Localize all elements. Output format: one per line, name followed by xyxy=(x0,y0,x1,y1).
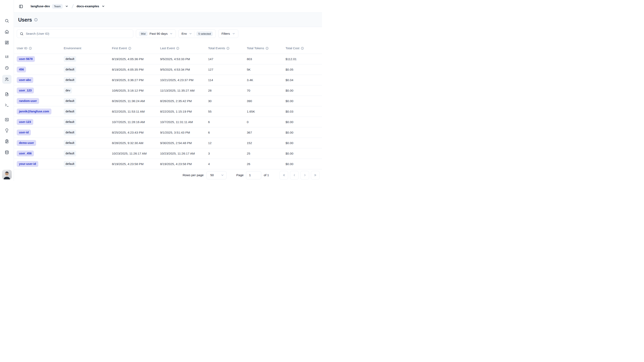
last-event-cell: 10/7/2025, 11:31:11 AM xyxy=(160,120,208,124)
table-row[interactable]: 456default8/19/2025, 4:05:35 PM9/5/2025,… xyxy=(14,64,322,75)
total-tokens-cell: 26 xyxy=(247,162,286,166)
sidebar-item-home[interactable] xyxy=(2,28,11,36)
total-events-cell: 12 xyxy=(208,141,247,145)
column-header-total-events: Total Events xyxy=(208,47,247,50)
last-event-cell: 10/21/2025, 4:23:37 PM xyxy=(160,78,208,82)
first-page-button[interactable] xyxy=(280,171,288,180)
users-icon xyxy=(5,77,9,82)
total-tokens-cell: 390 xyxy=(247,99,286,103)
environment-badge: default xyxy=(64,67,76,72)
terminal-icon xyxy=(5,103,9,107)
table-row[interactable]: user-5678default8/19/2025, 4:05:36 PM9/5… xyxy=(14,54,322,64)
sidebar-item-users[interactable] xyxy=(2,75,12,84)
user-avatar[interactable] xyxy=(2,170,12,179)
table-row[interactable]: user_456default10/23/2025, 11:26:17 AM10… xyxy=(14,148,322,159)
last-event-cell: 10/23/2025, 11:26:17 AM xyxy=(160,152,208,155)
sidebar-item-playground[interactable] xyxy=(2,101,11,109)
total-events-cell: 4 xyxy=(208,162,247,166)
user-id-badge[interactable]: user_456 xyxy=(17,151,34,156)
project-name[interactable]: docs-examples xyxy=(76,5,99,8)
environment-cell: default xyxy=(64,151,112,156)
last-event-cell: 8/19/2025, 4:23:58 PM xyxy=(160,162,208,166)
project-switcher-chevron[interactable] xyxy=(101,4,105,8)
info-icon[interactable] xyxy=(176,47,179,50)
total-events-cell: 6 xyxy=(208,131,247,134)
sidebar-item-insights[interactable] xyxy=(2,127,11,135)
sidebar-item-datasets[interactable] xyxy=(2,148,11,156)
user-id-badge[interactable]: 456 xyxy=(17,67,26,72)
first-event-cell: 10/23/2025, 11:26:17 AM xyxy=(112,152,160,155)
first-event-cell: 8/22/2025, 11:53:11 AM xyxy=(112,110,160,113)
sidebar-item-dashboards[interactable] xyxy=(2,39,11,47)
table-row[interactable]: user-123default10/7/2025, 11:28:16 AM10/… xyxy=(14,117,322,127)
info-icon[interactable] xyxy=(266,47,268,50)
environment-filter[interactable]: Env 5 selected xyxy=(178,30,216,38)
table-row[interactable]: jannik@langfuse.comdefault8/22/2025, 11:… xyxy=(14,106,322,117)
page-number-input[interactable] xyxy=(246,171,261,179)
total-tokens-cell: 3.4K xyxy=(247,78,286,82)
date-range-picker[interactable]: 90d Past 90 days xyxy=(136,30,176,38)
last-page-button[interactable] xyxy=(311,171,320,180)
organization-name[interactable]: langfuse-dev xyxy=(31,5,50,8)
sidebar-item-prompts[interactable] xyxy=(2,90,11,98)
user-id-badge[interactable]: demo-user xyxy=(17,140,36,146)
user-id-badge[interactable]: jannik@langfuse.com xyxy=(17,109,52,114)
sidebar-item-sessions[interactable] xyxy=(2,64,11,72)
user-id-badge[interactable]: user-id xyxy=(17,130,31,135)
sidebar-item-search[interactable] xyxy=(2,17,11,25)
total-tokens-cell: 0 xyxy=(247,120,286,124)
next-page-button[interactable] xyxy=(300,171,309,180)
user-id-badge[interactable]: user-abc xyxy=(17,77,33,83)
user-id-badge[interactable]: user-123 xyxy=(17,119,33,125)
user-id-cell: your-user-id xyxy=(17,161,64,167)
table-row[interactable]: random-userdefault8/26/2025, 11:36:24 AM… xyxy=(14,96,322,106)
organization-switcher-chevron[interactable] xyxy=(65,4,69,8)
total-events-cell: 114 xyxy=(208,78,247,82)
user-id-badge[interactable]: your-user-id xyxy=(17,161,38,167)
total-cost-cell: $0.00 xyxy=(286,141,322,145)
table-body: user-5678default8/19/2025, 4:05:36 PM9/5… xyxy=(14,54,322,169)
first-event-cell: 8/28/2025, 9:32:30 AM xyxy=(112,141,160,145)
total-cost-cell: $0.00 xyxy=(286,99,322,103)
info-icon[interactable] xyxy=(128,47,131,50)
environment-badge: default xyxy=(64,98,76,104)
sidebar-item-annotation[interactable] xyxy=(2,137,11,146)
sidebar-toggle-button[interactable] xyxy=(17,3,24,10)
filters-button[interactable]: Filters xyxy=(218,30,238,38)
table-row[interactable]: demo-userdefault8/28/2025, 9:32:30 AM9/3… xyxy=(14,138,322,148)
table-row[interactable]: user-iddefault8/25/2025, 4:23:43 PM9/1/2… xyxy=(14,127,322,138)
user-id-cell: user-id xyxy=(17,130,64,135)
chevron-down-icon xyxy=(65,5,68,8)
user-id-badge[interactable]: user_123 xyxy=(17,88,34,93)
environment-badge: default xyxy=(64,140,76,146)
user-id-badge[interactable]: random-user xyxy=(17,98,39,104)
chevrons-left-icon xyxy=(282,174,286,177)
total-tokens-cell: 5K xyxy=(247,68,286,72)
sidebar-item-scores[interactable] xyxy=(2,116,11,124)
search-box xyxy=(17,30,133,38)
database-icon xyxy=(5,150,9,155)
info-icon[interactable] xyxy=(301,47,304,50)
page-label: Page xyxy=(236,173,244,177)
info-icon[interactable] xyxy=(226,47,230,50)
first-event-cell: 8/26/2025, 11:36:24 AM xyxy=(112,99,160,103)
rows-per-page-select[interactable]: 50 xyxy=(206,171,227,179)
page-title-info-icon[interactable] xyxy=(34,18,38,22)
info-icon[interactable] xyxy=(29,47,32,50)
total-tokens-cell: 70 xyxy=(247,89,286,92)
first-event-cell: 8/25/2025, 4:23:43 PM xyxy=(112,131,160,134)
chevron-left-icon xyxy=(293,174,296,177)
environment-badge: default xyxy=(64,109,76,114)
last-event-cell: 8/26/2025, 2:35:42 PM xyxy=(160,99,208,103)
search-input[interactable] xyxy=(26,32,131,36)
total-tokens-cell: 1.65K xyxy=(247,110,286,113)
table-row[interactable]: your-user-iddefault8/19/2025, 4:23:58 PM… xyxy=(14,159,322,169)
user-id-badge[interactable]: user-5678 xyxy=(17,56,35,62)
table-row[interactable]: user-abcdefault8/19/2025, 3:36:27 PM10/2… xyxy=(14,75,322,85)
table-row[interactable]: user_123dev10/6/2025, 3:16:12 PM11/13/20… xyxy=(14,85,322,96)
previous-page-button[interactable] xyxy=(290,171,298,180)
total-cost-cell: $0.04 xyxy=(286,78,322,82)
total-events-cell: 147 xyxy=(208,57,247,61)
clipboard-pen-icon xyxy=(5,139,9,144)
sidebar-item-tracing[interactable] xyxy=(2,53,11,61)
